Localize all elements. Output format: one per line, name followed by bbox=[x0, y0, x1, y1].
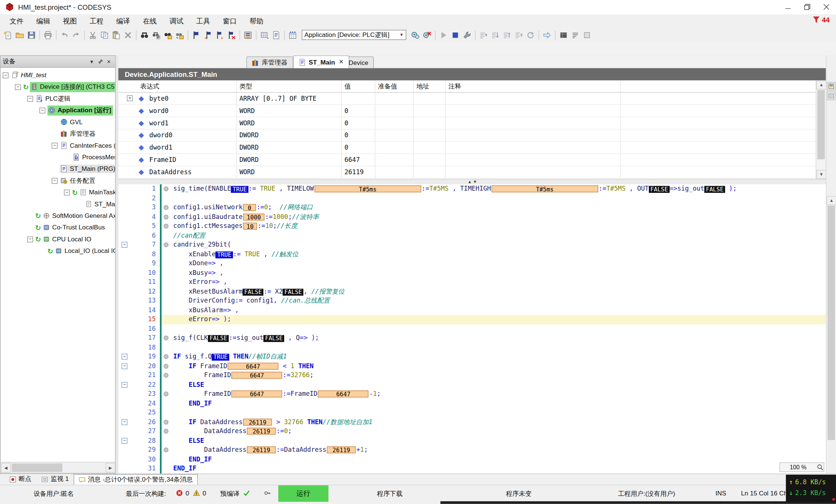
next-bookmark-button[interactable] bbox=[214, 29, 226, 41]
code-line[interactable]: 15 eError=> ); bbox=[118, 315, 826, 324]
tree-expander-icon[interactable]: − bbox=[64, 190, 70, 195]
tree-item[interactable]: ↻Co-Trust LocalBus bbox=[0, 222, 115, 233]
menu-item-编译[interactable]: 编译 bbox=[110, 15, 136, 27]
breakpoint-dot-icon[interactable] bbox=[164, 392, 168, 397]
stop-button[interactable] bbox=[450, 29, 461, 41]
replace-objects-button[interactable] bbox=[174, 29, 186, 41]
tree-item[interactable]: −↻CPU Local IO bbox=[0, 233, 115, 245]
code-line[interactable]: 25 bbox=[118, 408, 826, 417]
code-line[interactable]: −22 ELSE bbox=[118, 380, 826, 389]
new-page-button[interactable] bbox=[270, 29, 282, 41]
code-line[interactable]: 18 bbox=[118, 343, 826, 352]
scroll-right-icon[interactable]: ▶ bbox=[106, 463, 115, 473]
scroll-up-icon[interactable]: ▲ bbox=[816, 81, 826, 90]
tree-item[interactable]: −Application [运行] bbox=[0, 104, 115, 116]
tab-库管理器[interactable]: 库管理器 bbox=[246, 56, 293, 68]
reset-button[interactable] bbox=[525, 29, 536, 41]
active-application-selector[interactable]: Application [Device: PLC逻辑] ▼ bbox=[302, 30, 406, 40]
scrollbar-thumb[interactable] bbox=[12, 463, 62, 472]
paste-button[interactable] bbox=[111, 29, 122, 41]
code-line[interactable]: 3config1.usiNetwork0:=0; //网络端口 bbox=[118, 203, 826, 212]
tree-item[interactable]: ST_Main (PRG) bbox=[0, 163, 115, 175]
st-code-editor[interactable]: 1sig_time(ENABLETRUE:= TRUE , TIMELOWT#5… bbox=[118, 184, 826, 473]
new-project-button[interactable] bbox=[2, 29, 14, 41]
breakpoint-dot-icon[interactable] bbox=[164, 429, 168, 433]
insert-object-button[interactable] bbox=[259, 29, 270, 41]
menu-item-文件[interactable]: 文件 bbox=[3, 15, 30, 27]
code-scrollbar-thumb[interactable] bbox=[827, 206, 835, 440]
code-line[interactable]: −7candrive_29bit( bbox=[118, 240, 826, 250]
tree-expander-icon[interactable]: − bbox=[27, 236, 33, 242]
code-line[interactable]: 2 bbox=[118, 194, 826, 203]
run-to-cursor-button[interactable] bbox=[513, 29, 525, 41]
panel-splitter[interactable] bbox=[116, 56, 118, 474]
code-line[interactable]: 9 xDone=> , bbox=[118, 259, 826, 268]
tree-item[interactable]: ST_Main bbox=[0, 198, 115, 210]
pin-icon[interactable] bbox=[96, 57, 105, 66]
table-row[interactable]: ◆word1WORD0 bbox=[118, 117, 816, 129]
menu-item-窗口[interactable]: 窗口 bbox=[217, 15, 243, 27]
clear-bookmarks-button[interactable] bbox=[226, 29, 237, 41]
find-button[interactable] bbox=[139, 29, 150, 41]
replace-button[interactable] bbox=[150, 29, 162, 41]
logout-button[interactable] bbox=[421, 29, 433, 41]
breakpoint-dot-icon[interactable] bbox=[164, 336, 168, 341]
column-header-注释[interactable]: 注释 bbox=[448, 81, 461, 92]
menu-item-工具[interactable]: 工具 bbox=[190, 15, 216, 27]
code-line[interactable]: 1sig_time(ENABLETRUE:= TRUE , TIMELOWT#5… bbox=[118, 184, 826, 194]
menu-item-工程[interactable]: 工程 bbox=[83, 15, 110, 27]
scroll-left-icon[interactable]: ◀ bbox=[1, 463, 11, 473]
redo-button[interactable] bbox=[70, 29, 82, 41]
column-header-类型[interactable]: 类型 bbox=[239, 81, 252, 92]
column-header-准备值[interactable]: 准备值 bbox=[378, 81, 397, 92]
tree-expander-icon[interactable]: − bbox=[15, 84, 21, 90]
code-line[interactable]: 21 FrameID6647:=32766; bbox=[118, 371, 826, 380]
code-line[interactable]: 11 xError=> , bbox=[118, 278, 826, 287]
breakpoint-dot-icon[interactable] bbox=[164, 205, 168, 210]
code-line[interactable]: 14 xBusAlarm=> , bbox=[118, 306, 826, 315]
code-line[interactable]: 8 xEnableTRUE:= TRUE , //触发位 bbox=[118, 250, 826, 259]
breakpoint-dot-icon[interactable] bbox=[164, 447, 168, 452]
code-line[interactable]: −19IF sig_f.QTRUE THEN//帧ID自减1 bbox=[118, 352, 826, 361]
tree-expander-icon[interactable]: − bbox=[52, 178, 58, 184]
code-line[interactable]: −28 ELSE bbox=[118, 436, 826, 445]
step-over-button[interactable] bbox=[478, 29, 489, 41]
code-line[interactable]: −20 IF FrameID6647 < 1 THEN bbox=[118, 361, 826, 371]
more-options-button[interactable] bbox=[581, 29, 593, 41]
library-manager-button[interactable] bbox=[242, 29, 254, 41]
next-statement-button[interactable] bbox=[541, 29, 553, 41]
tree-item[interactable]: −任务配置 bbox=[0, 175, 115, 186]
menu-item-帮助[interactable]: 帮助 bbox=[243, 15, 270, 27]
fold-collapse-icon[interactable]: − bbox=[122, 419, 128, 425]
code-line[interactable]: 10 xBusy=> , bbox=[118, 268, 826, 278]
tree-expander-icon[interactable]: − bbox=[40, 107, 46, 113]
code-line[interactable]: 5config1.ctMessages10:=10;//长度 bbox=[118, 222, 826, 231]
tree-item[interactable]: ↻SoftMotion General Axis Poo bbox=[0, 210, 115, 222]
find-objects-button[interactable] bbox=[162, 29, 174, 41]
code-line[interactable]: 17sig_f(CLKFALSE:=sig_outFALSE , Q=> ); bbox=[118, 334, 826, 343]
delete-button[interactable] bbox=[122, 29, 134, 41]
bottom-tab-消息 -总计0个错误,0个警告,34条消息[interactable]: 消息 -总计0个错误,0个警告,34条消息 bbox=[74, 474, 198, 485]
table-vertical-scrollbar[interactable]: ▲ ▼ bbox=[816, 81, 827, 179]
code-line[interactable]: 12 xResetBusAlarmFALSE:= X2FALSE, //报警复位 bbox=[118, 287, 826, 296]
list-view-button[interactable] bbox=[569, 29, 581, 41]
column-header-值[interactable]: 值 bbox=[344, 81, 351, 92]
panel-close-button[interactable]: ✕ bbox=[105, 57, 113, 66]
undo-button[interactable] bbox=[59, 29, 70, 41]
menu-item-调试[interactable]: 调试 bbox=[163, 15, 190, 27]
tree-item[interactable]: −HMI_test bbox=[0, 69, 115, 81]
build-button[interactable] bbox=[287, 29, 298, 41]
code-scroll-up-icon[interactable]: ▲ bbox=[826, 196, 836, 205]
login-button[interactable] bbox=[410, 29, 421, 41]
breakpoint-dot-icon[interactable] bbox=[164, 419, 168, 424]
tree-expander-icon[interactable]: − bbox=[27, 96, 33, 101]
breakpoint-dot-icon[interactable] bbox=[164, 373, 168, 378]
start-button[interactable] bbox=[438, 29, 449, 41]
tree-expander-icon[interactable]: − bbox=[52, 143, 58, 148]
code-line[interactable]: 27 DataAddress26119:=0; bbox=[118, 427, 826, 436]
tree-item[interactable]: ↻Local_IO (Local IO) bbox=[0, 245, 115, 257]
cut-button[interactable] bbox=[87, 29, 99, 41]
close-button[interactable] bbox=[817, 0, 836, 14]
tree-item[interactable]: −CanInterFaces (FB) bbox=[0, 140, 115, 151]
breakpoint-dot-icon[interactable] bbox=[164, 242, 168, 247]
